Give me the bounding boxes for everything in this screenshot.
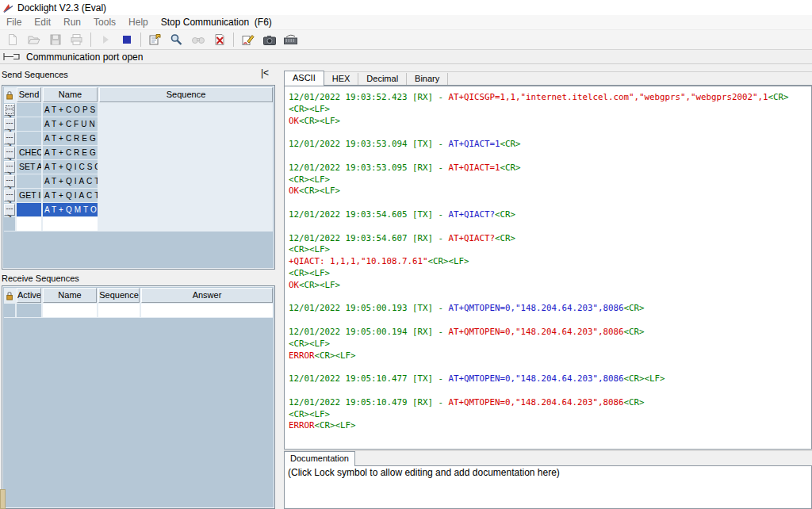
toolbar-button-clear-document[interactable] xyxy=(209,31,229,48)
sequence-name-cell[interactable] xyxy=(17,132,41,145)
send-sequence-row: --->GET IPAT+QIACT?<CR> xyxy=(4,189,273,202)
log-line: 12/01/2022 19:03:54.605 [TX] - AT+QIACT?… xyxy=(289,209,810,221)
toolbar-button-find xyxy=(188,31,208,48)
log-segment-c: <CR> xyxy=(624,397,645,408)
toolbar-button-snapshot[interactable] xyxy=(259,31,279,48)
receive-sequence-cell[interactable] xyxy=(98,304,140,317)
column-header-send[interactable]: Send xyxy=(17,87,41,102)
log-line: 12/01/2022 19:03:54.607 [RX] - AT+QIACT?… xyxy=(289,233,810,245)
collapse-panel-button[interactable]: |< xyxy=(261,67,269,78)
send-button[interactable]: ---> xyxy=(4,118,15,130)
sequence-name-cell[interactable]: SET APN xyxy=(17,160,41,174)
sequence-name-cell[interactable] xyxy=(17,203,41,216)
sequence-text-cell[interactable]: AT+QICSGP=1,1,"internet.itel xyxy=(43,160,98,174)
send-sequence-row: --->AT+COPS=0<CR> xyxy=(4,103,273,117)
documentation-area[interactable]: (Click Lock symbol to allow editing and … xyxy=(284,465,812,509)
sequence-name-cell[interactable] xyxy=(17,217,41,231)
sequence-name-cell[interactable] xyxy=(17,174,41,188)
send-button[interactable]: ---> xyxy=(4,189,15,201)
log-segment-ts: 12/01/2022 19:05:10.479 [RX] - xyxy=(289,397,449,408)
send-button[interactable]: ---> xyxy=(4,104,15,116)
log-segment-c: <CR><LF> xyxy=(299,186,340,196)
tab-decimal[interactable]: Decimal xyxy=(358,73,407,85)
sequence-name-cell[interactable] xyxy=(17,117,41,131)
send-table-filler xyxy=(4,232,273,267)
active-checkbox-cell[interactable] xyxy=(17,304,41,317)
send-button[interactable]: ---> xyxy=(4,161,15,173)
sequence-text-cell[interactable]: AT+QIACT?<CR> xyxy=(43,189,98,202)
menu-item-run[interactable]: Run xyxy=(57,17,87,28)
log-line: <CR><LF> xyxy=(289,409,810,421)
menu-item-tools[interactable]: Tools xyxy=(87,17,122,28)
log-segment-c: <CR> xyxy=(624,327,645,337)
tab-binary[interactable]: Binary xyxy=(407,73,448,85)
log-segment-c: <CR><LF> xyxy=(289,244,330,254)
new-file-icon xyxy=(6,33,19,46)
receive-sequences-table: ActiveNameSequenceAnswer xyxy=(2,285,275,509)
sequence-text-cell[interactable]: AT+CREG?<CR> xyxy=(43,146,98,159)
send-sequences-title: Send Sequences xyxy=(2,70,68,79)
sequence-name-cell[interactable]: GET IP xyxy=(17,189,41,202)
clear-document-icon xyxy=(213,33,226,46)
log-line: <CR><LF> xyxy=(289,174,810,186)
app-icon xyxy=(2,2,13,13)
log-segment-c: <CR><LF> xyxy=(299,116,340,126)
log-segment-ts: 12/01/2022 19:03:54.607 [RX] - xyxy=(289,233,449,243)
log-line xyxy=(289,127,810,139)
column-header-sequence[interactable]: Sequence xyxy=(98,288,140,303)
receive-name-cell[interactable] xyxy=(43,304,97,317)
menu-item-edit[interactable]: Edit xyxy=(28,17,57,28)
tab-hex[interactable]: HEX xyxy=(324,73,359,85)
log-segment-ts: 12/01/2022 19:03:53.095 [RX] - xyxy=(289,163,449,173)
toolbar xyxy=(0,30,812,50)
column-header-active[interactable]: Active xyxy=(17,288,41,303)
log-line: OK<CR><LF> xyxy=(289,116,810,128)
toolbar-button-keyboard-console[interactable] xyxy=(281,31,301,48)
column-header-name[interactable]: Name xyxy=(43,288,97,303)
menu-item-file[interactable]: File xyxy=(0,17,28,28)
sequence-text-cell[interactable] xyxy=(43,217,98,231)
column-header-name[interactable]: Name xyxy=(43,87,98,102)
column-header-sequence[interactable]: Sequence xyxy=(99,87,273,102)
view-tabs: ASCIIHEXDecimalBinary xyxy=(284,71,812,86)
toolbar-button-magnifier[interactable] xyxy=(167,31,186,48)
sequence-text-cell[interactable]: AT+QIACT=1<CR> xyxy=(43,174,98,188)
tab-documentation[interactable]: Documentation xyxy=(284,451,355,466)
send-sequence-row: --->AT+CFUN=1<CR> xyxy=(4,117,273,131)
log-line: 12/01/2022 19:05:10.479 [RX] - AT+QMTOPE… xyxy=(289,397,810,409)
sequence-text-cell[interactable]: AT+QMTOPEN=0,"148.204.64.2 xyxy=(43,203,98,216)
send-button[interactable]: ---> xyxy=(4,175,15,187)
sequence-text-cell[interactable]: AT+CREG=1<CR> xyxy=(43,132,98,145)
background-window-fragment xyxy=(0,489,6,509)
send-button[interactable]: ---> xyxy=(4,204,15,216)
log-line: <CR><LF> xyxy=(289,268,810,280)
menu-item-help[interactable]: Help xyxy=(122,17,155,28)
save-file-icon xyxy=(49,33,62,46)
tab-ascii[interactable]: ASCII xyxy=(284,71,324,86)
toolbar-button-start-communication xyxy=(95,31,115,48)
toolbar-button-print xyxy=(67,31,86,48)
lock-icon[interactable] xyxy=(4,288,15,303)
log-line xyxy=(289,221,810,233)
sequence-text-cell[interactable]: AT+COPS=0<CR> xyxy=(43,103,98,117)
receive-answer-cell[interactable] xyxy=(141,304,273,317)
menubar: FileEditRunToolsHelpStop Communication (… xyxy=(0,15,812,30)
send-button[interactable]: ---> xyxy=(4,147,15,159)
sequence-name-cell[interactable]: CHECK NW... xyxy=(17,146,41,159)
toolbar-button-edit-notes[interactable] xyxy=(238,31,258,48)
lock-icon[interactable] xyxy=(4,87,15,102)
sequence-text-cell[interactable]: AT+CFUN=1<CR> xyxy=(43,117,98,131)
toolbar-button-stop-communication[interactable] xyxy=(117,31,136,48)
sequence-name-cell[interactable] xyxy=(17,103,41,117)
menu-item-stop-communication[interactable]: Stop Communication (F6) xyxy=(155,17,278,28)
send-button[interactable]: ---> xyxy=(4,132,15,144)
toolbar-button-project-settings[interactable] xyxy=(145,31,165,48)
main-area: Send Sequences |< SendNameSequence--->AT… xyxy=(0,64,812,509)
log-line: 12/01/2022 19:05:10.477 [TX] - AT+QMTOPE… xyxy=(289,373,810,385)
log-segment-c: <CR> xyxy=(500,163,521,173)
log-line: <CR><LF> xyxy=(289,104,810,116)
sequence-text: AT+CFUN=1 xyxy=(44,120,98,128)
communication-log[interactable]: 12/01/2022 19:03:52.423 [RX] - AT+QICSGP… xyxy=(284,86,812,450)
column-header-answer[interactable]: Answer xyxy=(141,288,273,303)
find-icon xyxy=(191,34,205,45)
